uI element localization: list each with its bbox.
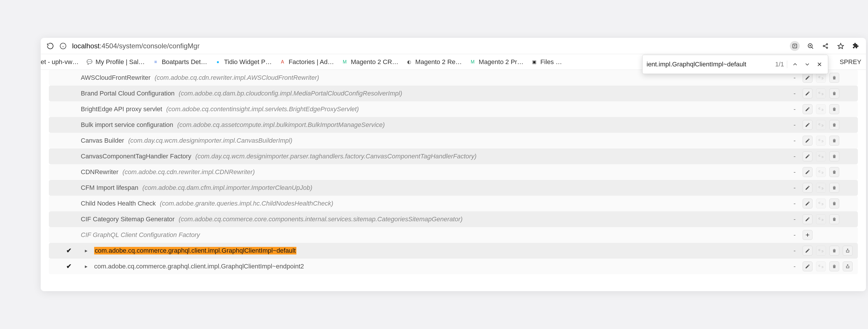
config-row-label: CIF GraphQL Client Configuration Factory	[49, 231, 791, 239]
bookmark-item[interactable]: ≡Boatparts Det…	[152, 58, 207, 66]
edit-button[interactable]	[803, 152, 812, 161]
bookmark-favicon-icon: M	[341, 59, 348, 65]
share-icon[interactable]	[821, 42, 830, 50]
bookmark-item[interactable]: ●Tidio Widget P…	[215, 58, 272, 66]
delete-button[interactable]	[829, 214, 839, 224]
config-title: Child Nodes Health Check	[81, 200, 156, 207]
svg-line-5	[812, 47, 813, 49]
edit-button[interactable]	[803, 198, 812, 209]
edit-button[interactable]	[803, 88, 812, 99]
config-row[interactable]: CanvasComponentTagHandler Factory (com.d…	[49, 148, 858, 164]
config-row[interactable]: CIF Category Sitemap Generator (com.adob…	[49, 211, 858, 227]
check-icon: ✔	[66, 263, 77, 270]
bundle-location: -	[791, 247, 803, 254]
delete-button[interactable]	[829, 73, 839, 83]
bookmark-label: Files …	[540, 58, 562, 66]
config-row[interactable]: Canvas Builder (com.day.cq.wcm.designimp…	[49, 133, 858, 148]
config-row[interactable]: Brand Portal Cloud Configuration (com.ad…	[49, 86, 858, 101]
find-prev-icon[interactable]	[791, 60, 799, 69]
config-row-actions	[803, 152, 858, 161]
config-title: AWSCloudFrontRewriter	[81, 74, 151, 82]
config-row-actions	[803, 104, 858, 114]
bookmark-label: Magento 2 Re…	[415, 58, 462, 66]
config-row[interactable]: Bulk import service configuration (com.a…	[49, 117, 858, 133]
edit-button[interactable]	[803, 120, 812, 130]
bookmark-item[interactable]: 💬My Profile | Sal…	[86, 58, 145, 66]
bookmark-favicon-icon: ▣	[531, 59, 537, 65]
url-path: :4504/system/console/configMgr	[100, 42, 199, 50]
edit-button[interactable]	[803, 183, 812, 193]
bookmark-item[interactable]: ◐Magento 2 Re…	[406, 58, 462, 66]
config-title: CIF Category Sitemap Generator	[81, 215, 175, 223]
copy-button[interactable]	[843, 262, 852, 271]
install-icon[interactable]	[790, 41, 800, 51]
unbind-button	[816, 152, 826, 161]
config-row-label: CanvasComponentTagHandler Factory (com.d…	[49, 153, 791, 160]
site-info-icon[interactable]	[59, 42, 67, 50]
config-pid: (com.adobe.cq.assetcompute.impl.bulkimpo…	[177, 121, 385, 129]
delete-button[interactable]	[829, 262, 839, 271]
find-input[interactable]	[647, 60, 769, 68]
config-row-label: Canvas Builder (com.day.cq.wcm.designimp…	[49, 137, 791, 144]
edit-button[interactable]	[803, 214, 812, 224]
delete-button[interactable]	[829, 104, 839, 114]
bookmark-item[interactable]: ▣Files …	[531, 58, 562, 66]
unbind-button	[816, 88, 826, 99]
config-row[interactable]: ✔▸com.adobe.cq.commerce.graphql.client.i…	[49, 243, 858, 258]
expand-arrow-icon[interactable]: ▸	[85, 263, 90, 270]
bookmark-star-icon[interactable]	[836, 42, 845, 50]
delete-button[interactable]	[829, 167, 839, 177]
zoom-icon[interactable]	[806, 42, 815, 50]
config-row[interactable]: Child Nodes Health Check (com.adobe.gran…	[49, 196, 858, 211]
copy-button[interactable]	[843, 246, 852, 256]
config-pid: (com.adobe.cq.dam.bp.cloudconfig.impl.Me…	[179, 90, 402, 97]
reload-icon[interactable]	[46, 42, 54, 50]
bookmark-overflow-left[interactable]: et - uph-vw…	[41, 58, 79, 66]
config-row[interactable]: CFM Import lifespan (com.adobe.cq.dam.cf…	[49, 180, 858, 196]
bookmark-item[interactable]: MMagento 2 Pr…	[469, 58, 523, 66]
config-title: CanvasComponentTagHandler Factory	[81, 153, 191, 160]
config-row-actions	[803, 73, 858, 83]
bookmark-overflow-right[interactable]: SPREY	[839, 58, 864, 66]
delete-button[interactable]	[829, 136, 839, 145]
find-next-icon[interactable]	[803, 60, 812, 69]
unbind-button	[816, 167, 826, 177]
bookmark-item[interactable]: AFactories | Ad…	[279, 58, 334, 66]
delete-button[interactable]	[829, 120, 839, 130]
config-row-label: ✔▸com.adobe.cq.commerce.graphql.client.i…	[49, 263, 791, 270]
bundle-location: -	[791, 121, 803, 129]
svg-point-8	[823, 45, 825, 46]
delete-button[interactable]	[829, 246, 839, 256]
config-row[interactable]: CDNRewriter (com.adobe.cq.cdn.rewriter.i…	[49, 164, 858, 180]
delete-button[interactable]	[829, 198, 839, 209]
config-factory-label: CIF GraphQL Client Configuration Factory	[81, 231, 200, 239]
url-text[interactable]: localhost:4504/system/console/configMgr	[72, 42, 199, 50]
config-row-actions	[803, 198, 858, 209]
delete-button[interactable]	[829, 183, 839, 193]
config-row[interactable]: BrightEdge API proxy servlet (com.adobe.…	[49, 101, 858, 117]
bundle-location: -	[791, 184, 803, 192]
config-pid: (com.adobe.granite.queries.impl.hc.Child…	[160, 200, 333, 207]
edit-button[interactable]	[803, 73, 812, 83]
config-pid: (com.adobe.cq.commerce.core.components.i…	[179, 215, 463, 223]
svg-marker-13	[838, 44, 844, 49]
bookmark-label: Tidio Widget P…	[224, 58, 272, 66]
config-row[interactable]: ✔▸com.adobe.cq.commerce.graphql.client.i…	[49, 258, 858, 274]
config-row-label: BrightEdge API proxy servlet (com.adobe.…	[49, 105, 791, 113]
extensions-icon[interactable]	[851, 42, 860, 50]
delete-button[interactable]	[829, 88, 839, 99]
find-close-icon[interactable]	[815, 60, 824, 69]
delete-button[interactable]	[829, 152, 839, 161]
edit-button[interactable]	[803, 167, 812, 177]
expand-arrow-icon[interactable]: ▸	[85, 247, 90, 254]
config-row[interactable]: CIF GraphQL Client Configuration Factory…	[49, 227, 858, 243]
unbind-button	[816, 246, 826, 256]
bookmark-item[interactable]: MMagento 2 CR…	[341, 58, 398, 66]
edit-button[interactable]	[803, 136, 812, 145]
edit-button[interactable]	[803, 262, 812, 271]
config-pid: (com.adobe.cq.cdn.rewriter.impl.AWSCloud…	[155, 74, 319, 82]
config-table: AWSCloudFrontRewriter (com.adobe.cq.cdn.…	[49, 70, 858, 274]
add-button[interactable]	[803, 230, 812, 240]
edit-button[interactable]	[803, 246, 812, 256]
edit-button[interactable]	[803, 104, 812, 114]
